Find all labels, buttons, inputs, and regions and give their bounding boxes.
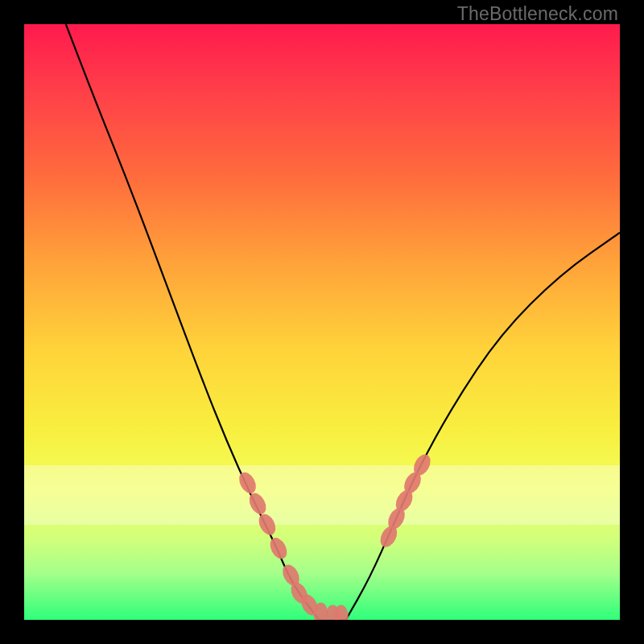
right-curve — [346, 233, 620, 620]
data-marker — [255, 511, 279, 538]
data-marker — [266, 535, 290, 562]
chart-frame: TheBottleneck.com — [0, 0, 644, 644]
data-marker — [246, 490, 270, 517]
markers-group — [236, 452, 434, 620]
left-curve — [66, 24, 320, 620]
data-marker — [236, 469, 259, 496]
watermark-text: TheBottleneck.com — [457, 3, 618, 25]
plot-area — [24, 24, 620, 620]
curve-svg — [24, 24, 620, 620]
